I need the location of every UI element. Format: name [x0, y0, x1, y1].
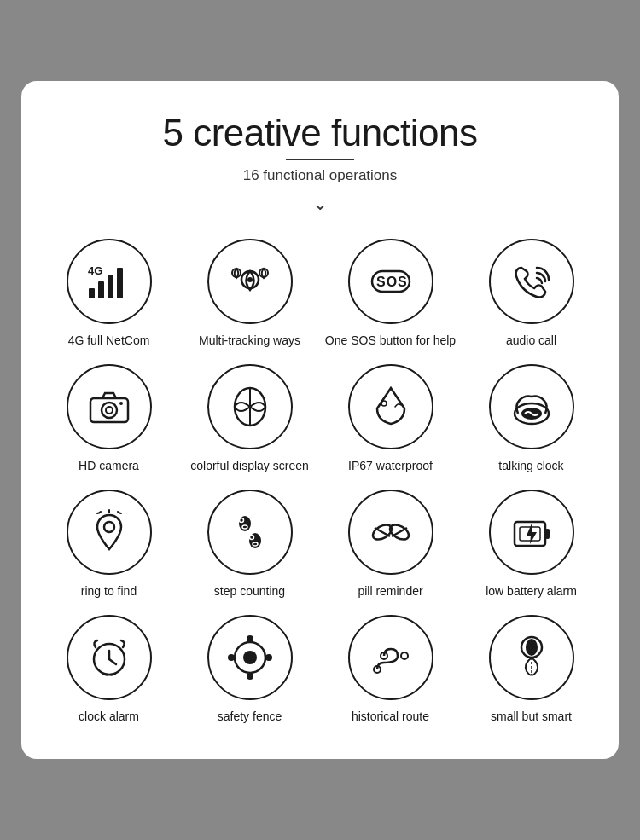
- svg-point-39: [247, 635, 253, 642]
- lowbattery-icon: [506, 507, 557, 558]
- svg-point-47: [526, 639, 538, 656]
- feature-multitrack: Multi-tracking ways: [183, 239, 317, 349]
- feature-sos-label: One SOS button for help: [325, 333, 456, 349]
- sos-icon: SOS: [365, 256, 416, 307]
- clockalarm-icon: [84, 632, 135, 683]
- historicalroute-icon: [365, 632, 416, 683]
- feature-pillreminder: pill reminder: [323, 490, 457, 600]
- stepcounting-icon-circle: [207, 490, 293, 575]
- feature-multitrack-label: Multi-tracking ways: [199, 333, 300, 349]
- smallsmart-icon-circle: [489, 615, 574, 700]
- feature-lowbattery-label: low battery alarm: [486, 583, 577, 600]
- stepcounting-icon: [224, 507, 276, 558]
- feature-historicalroute: historical route: [323, 615, 457, 725]
- title-divider: [286, 159, 354, 160]
- svg-point-45: [401, 652, 408, 659]
- feature-smallsmart-label: small but smart: [491, 709, 572, 725]
- waterproof-icon-circle: [348, 364, 433, 449]
- page-subtitle: 16 functional operations: [42, 167, 598, 184]
- main-card: 5 creative functions 16 functional opera…: [21, 81, 619, 759]
- svg-line-30: [392, 528, 407, 536]
- historicalroute-icon-circle: [348, 615, 433, 700]
- svg-rect-1: [89, 288, 95, 298]
- feature-audiocall-label: audio call: [506, 333, 556, 349]
- multitrack-icon-circle: [207, 239, 293, 324]
- safetyfence-icon-circle: [207, 615, 293, 700]
- feature-ringtofind: ring to find: [42, 490, 176, 600]
- svg-rect-4: [117, 268, 123, 298]
- audiocall-icon-circle: [489, 239, 574, 324]
- feature-stepcounting: step counting: [183, 490, 317, 600]
- 4g-icon-circle: 4G: [67, 239, 152, 324]
- feature-pillreminder-label: pill reminder: [358, 583, 422, 600]
- features-grid: 4G 4G full NetCom: [42, 239, 598, 725]
- display-icon-circle: [207, 364, 293, 449]
- chevron-down-icon: ⌄: [42, 193, 598, 215]
- feature-camera-label: HD camera: [79, 458, 139, 474]
- feature-ringtofind-label: ring to find: [81, 583, 137, 600]
- feature-4g-label: 4G full NetCom: [68, 333, 150, 349]
- svg-point-8: [247, 277, 253, 282]
- svg-point-14: [119, 402, 123, 405]
- svg-point-40: [247, 673, 253, 680]
- svg-rect-32: [545, 529, 550, 539]
- lowbattery-icon-circle: [489, 490, 574, 575]
- clockalarm-icon-circle: [67, 615, 152, 700]
- svg-point-13: [106, 407, 113, 414]
- svg-line-28: [375, 528, 390, 536]
- svg-line-36: [109, 659, 116, 664]
- multitrack-icon: [224, 256, 276, 307]
- pillreminder-icon: [365, 507, 416, 558]
- page-title: 5 creative functions: [42, 112, 598, 154]
- feature-display-label: colorful display screen: [190, 458, 309, 474]
- feature-clockalarm-label: clock alarm: [79, 709, 139, 725]
- ringtofind-icon: [84, 507, 135, 558]
- feature-display: colorful display screen: [183, 364, 317, 474]
- svg-point-38: [243, 651, 257, 664]
- svg-point-42: [265, 654, 272, 661]
- svg-text:4G: 4G: [88, 264, 102, 277]
- svg-point-20: [104, 522, 114, 532]
- smallsmart-icon: [506, 632, 557, 683]
- feature-lowbattery: low battery alarm: [464, 490, 598, 600]
- pillreminder-icon-circle: [348, 490, 433, 575]
- feature-waterproof-label: IP67 waterproof: [348, 458, 433, 474]
- 4g-icon: 4G: [84, 256, 135, 307]
- feature-safetyfence: safety fence: [183, 615, 317, 725]
- audiocall-icon: [506, 256, 557, 307]
- feature-safetyfence-label: safety fence: [218, 709, 282, 725]
- sos-icon-circle: SOS: [348, 239, 433, 324]
- feature-waterproof: IP67 waterproof: [323, 364, 457, 474]
- feature-audiocall: audio call: [464, 239, 598, 349]
- safetyfence-icon: [224, 632, 276, 683]
- feature-historicalroute-label: historical route: [352, 709, 429, 725]
- feature-talkingclock: talking clock: [464, 364, 598, 474]
- waterproof-icon: [365, 381, 416, 432]
- svg-rect-3: [108, 275, 113, 298]
- svg-rect-2: [98, 281, 104, 298]
- feature-stepcounting-label: step counting: [214, 583, 285, 600]
- ringtofind-icon-circle: [67, 490, 152, 575]
- feature-clockalarm: clock alarm: [42, 615, 176, 725]
- camera-icon-circle: [67, 364, 152, 449]
- display-icon: [224, 381, 276, 432]
- camera-icon: [84, 381, 135, 432]
- svg-point-41: [228, 654, 235, 661]
- svg-text:SOS: SOS: [376, 275, 408, 289]
- feature-sos: SOS One SOS button for help: [323, 239, 457, 349]
- svg-point-17: [381, 401, 387, 406]
- feature-talkingclock-label: talking clock: [498, 458, 563, 474]
- feature-camera: HD camera: [42, 364, 176, 474]
- feature-4g: 4G 4G full NetCom: [42, 239, 176, 349]
- talkingclock-icon: [506, 381, 557, 432]
- svg-point-12: [102, 403, 117, 418]
- feature-smallsmart: small but smart: [464, 615, 598, 725]
- talkingclock-icon-circle: [489, 364, 574, 449]
